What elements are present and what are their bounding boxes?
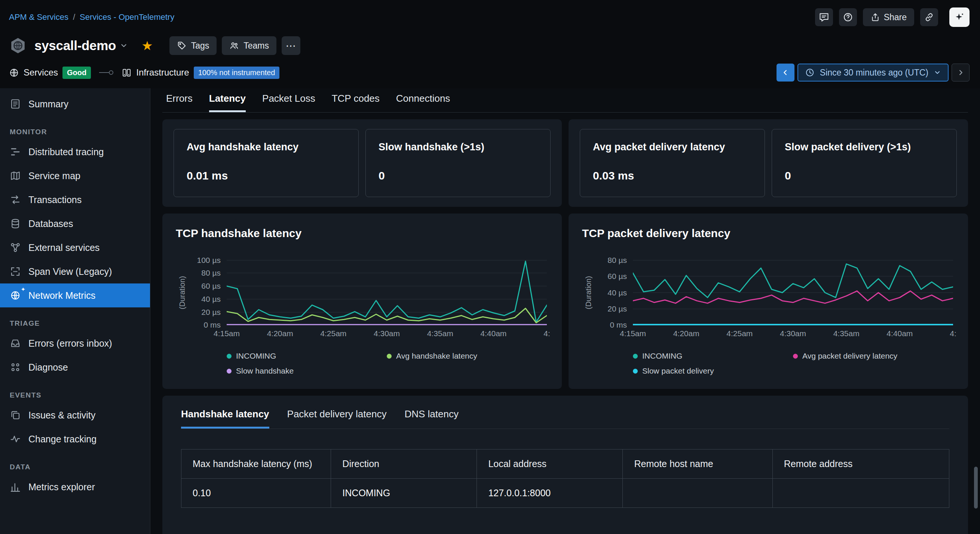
service-infra-connector (99, 70, 113, 75)
legend-label: INCOMING (236, 351, 276, 361)
ellipsis-icon: ⋯ (286, 40, 297, 52)
sidebar-item-label: Diagnose (29, 362, 68, 373)
services-status-group: Services Good (9, 67, 91, 79)
legend-color-dot (633, 369, 638, 373)
sidebar-section-events: EVENTS (10, 391, 140, 399)
favorite-star-icon[interactable]: ★ (142, 38, 153, 53)
chevron-left-icon (781, 68, 790, 77)
external-services-icon (10, 242, 21, 253)
chart-xticks: 4:15am4:20am4:25am4:30am4:35am4:40am4: (227, 325, 547, 339)
services-status-badge: Good (62, 67, 91, 79)
sidebar-item-metrics-explorer[interactable]: Metrics explorer (0, 475, 150, 499)
infrastructure-icon (122, 68, 132, 78)
breadcrumb-link-services-opentelemetry[interactable]: Services - OpenTelemetry (80, 12, 174, 22)
globe-icon (9, 68, 19, 78)
topbar-actions: Share (815, 8, 969, 27)
share-button[interactable]: Share (863, 8, 914, 26)
y-axis-tick-label: 60 µs (201, 281, 221, 291)
column-header-local-address[interactable]: Local address (477, 450, 623, 478)
main-content: Errors Latency Packet Loss TCP codes Con… (150, 88, 980, 534)
tab-tcp-codes[interactable]: TCP codes (332, 93, 380, 112)
sidebar-item-label: Errors (errors inbox) (29, 338, 112, 349)
tab-latency[interactable]: Latency (209, 93, 246, 112)
cell-direction: INCOMING (331, 478, 477, 508)
tab-dns-latency[interactable]: DNS latency (404, 408, 458, 429)
x-axis-tick-label: 4:20am (267, 329, 293, 338)
chevron-right-icon (956, 68, 965, 77)
legend-item-incoming[interactable]: INCOMING (633, 351, 793, 361)
y-axis-tick-label: 60 µs (608, 272, 627, 281)
time-range-button[interactable]: Since 30 minutes ago (UTC) (797, 64, 948, 81)
chart-legend: INCOMING Slow packet delivery Avg packet… (633, 351, 953, 375)
legend-color-dot (793, 354, 798, 359)
x-axis-tick-label: 4:30am (374, 329, 400, 338)
legend-item-avg-handshake-latency[interactable]: Avg handshake latency (387, 351, 547, 361)
legend-item-slow-packet-delivery[interactable]: Slow packet delivery (633, 367, 793, 375)
table-row[interactable]: 0.10 INCOMING 127.0.0.1:8000 (181, 478, 949, 508)
time-forward-button[interactable] (951, 64, 969, 81)
column-header-remote-host-name[interactable]: Remote host name (623, 450, 772, 478)
column-header-direction[interactable]: Direction (331, 450, 477, 478)
sidebar-item-label: Databases (29, 218, 73, 229)
sidebar-item-errors-inbox[interactable]: Errors (errors inbox) (0, 331, 150, 355)
sidebar-item-external-services[interactable]: External services (0, 235, 150, 259)
cell-remote-host-name (623, 478, 772, 508)
sidebar-item-change-tracking[interactable]: Change tracking (0, 427, 150, 451)
legend-item-incoming[interactable]: INCOMING (227, 351, 387, 361)
sidebar-item-transactions[interactable]: Transactions (0, 188, 150, 211)
chart-canvas (633, 260, 953, 325)
sparkle-accent-icon: ✦ (21, 286, 25, 293)
sidebar-item-databases[interactable]: Databases (0, 211, 150, 235)
tab-packet-delivery-latency[interactable]: Packet delivery latency (287, 408, 387, 429)
table-header-row: Max handshake latency (ms) Direction Loc… (181, 450, 949, 478)
sidebar: Summary MONITOR Distributed tracing Serv… (0, 88, 150, 534)
handshake-latency-table: Max handshake latency (ms) Direction Loc… (181, 449, 949, 508)
cell-remote-address (772, 478, 949, 508)
x-axis-tick-label: 4:35am (427, 329, 453, 338)
permalink-button[interactable] (920, 8, 938, 26)
teams-button[interactable]: Teams (222, 36, 277, 55)
more-actions-button[interactable]: ⋯ (282, 36, 301, 55)
chart-title: TCP packet delivery latency (582, 227, 953, 240)
column-header-remote-address[interactable]: Remote address (772, 450, 949, 478)
sidebar-item-label: Change tracking (29, 434, 97, 445)
y-axis-tick-label: 20 µs (608, 304, 627, 313)
legend-color-dot (387, 354, 391, 359)
sidebar-item-network-metrics[interactable]: ✦ Network Metrics (0, 283, 150, 307)
metrics-explorer-icon (10, 481, 21, 493)
legend-item-slow-handshake[interactable]: Slow handshake (227, 367, 387, 375)
y-axis-tick-label: 0 ms (204, 321, 221, 329)
column-header-max-handshake-latency[interactable]: Max handshake latency (ms) (181, 450, 331, 478)
service-name-dropdown[interactable]: syscall-demo (34, 38, 116, 53)
x-axis-tick-label: 4: (950, 329, 956, 338)
tab-handshake-latency[interactable]: Handshake latency (181, 408, 269, 429)
time-picker: Since 30 minutes ago (UTC) (776, 64, 969, 81)
topbar: APM & Services / Services - OpenTelemetr… (0, 0, 980, 88)
legend-item-avg-packet-delivery-latency[interactable]: Avg packet delivery latency (793, 351, 953, 361)
chevron-down-icon[interactable] (120, 41, 128, 50)
sidebar-item-span-view-legacy[interactable]: Span View (Legacy) (0, 259, 150, 283)
sidebar-item-summary[interactable]: Summary (0, 92, 150, 116)
tab-errors[interactable]: Errors (166, 93, 192, 112)
feedback-button[interactable] (815, 8, 833, 26)
x-axis-tick-label: 4:25am (726, 329, 752, 338)
sidebar-item-diagnose[interactable]: Diagnose (0, 355, 150, 379)
sidebar-item-label: External services (29, 242, 100, 253)
x-axis-tick-label: 4:15am (213, 329, 240, 338)
stat-value: 0.03 ms (593, 169, 752, 182)
stat-card-slow-packet-delivery: Slow packet delivery (>1s) 0 (772, 129, 957, 197)
breadcrumb-link-apm-services[interactable]: APM & Services (9, 12, 68, 22)
sidebar-item-distributed-tracing[interactable]: Distributed tracing (0, 140, 150, 164)
time-back-button[interactable] (776, 64, 794, 81)
scrollbar-thumb[interactable] (974, 467, 978, 509)
help-button[interactable] (839, 8, 857, 26)
change-tracking-icon (10, 434, 21, 445)
sidebar-item-issues-activity[interactable]: Issues & activity (0, 403, 150, 427)
tab-packet-loss[interactable]: Packet Loss (262, 93, 315, 112)
tab-connections[interactable]: Connections (396, 93, 450, 112)
tags-button[interactable]: Tags (169, 36, 217, 55)
ai-assistant-button[interactable] (949, 8, 969, 27)
sidebar-item-service-map[interactable]: Service map (0, 164, 150, 188)
network-metrics-icon: ✦ (10, 290, 21, 301)
chart-yticks: 0 ms20 µs40 µs60 µs80 µs100 µs (189, 260, 227, 325)
